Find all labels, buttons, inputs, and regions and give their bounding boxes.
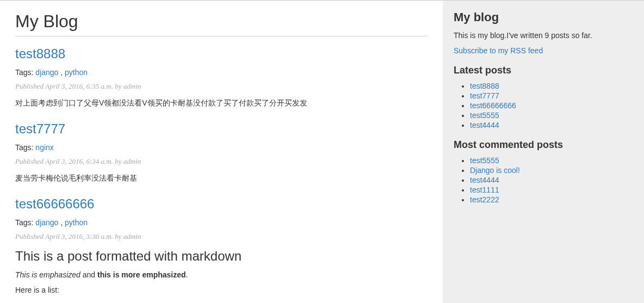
latest-posts-heading: Latest posts (454, 65, 633, 76)
list-item: test2222 (470, 195, 633, 204)
list-item: test8888 (470, 82, 633, 90)
post: test8888Tags: django , pythonPublished A… (15, 46, 428, 108)
title-separator (15, 36, 428, 36)
sidebar-post-link[interactable]: test5555 (470, 156, 499, 165)
most-commented-list: test5555Django is cool!test4444test1111t… (454, 156, 633, 204)
list-item: test5555 (470, 156, 633, 165)
post-title-link[interactable]: test8888 (15, 46, 65, 61)
most-commented-heading: Most commented posts (454, 139, 633, 151)
sidebar-post-link[interactable]: test1111 (470, 185, 499, 194)
latest-posts-list: test8888test7777test66666666test5555test… (454, 82, 633, 129)
tag-link[interactable]: python (65, 218, 88, 227)
post: test7777Tags: nginxPublished April 3, 20… (15, 121, 428, 183)
sidebar-intro: This is my blog.I've written 9 posts so … (454, 31, 633, 40)
list-item: Django is cool! (470, 166, 633, 175)
list-intro: Here is a list: (15, 286, 428, 294)
post-title: test7777 (15, 121, 428, 137)
list-item: test4444 (470, 121, 633, 129)
list-item: test1111 (470, 185, 633, 194)
plain-text: and (81, 270, 97, 279)
list-item: test5555 (470, 111, 633, 120)
post: test66666666Tags: django , pythonPublish… (15, 196, 428, 294)
page-title: My Blog (15, 11, 428, 32)
page: My Blog test8888Tags: django , pythonPub… (0, 0, 644, 303)
sidebar-post-link[interactable]: test8888 (470, 82, 499, 90)
post-meta: Published April 3, 2016, 6:34 a.m. by ad… (15, 157, 428, 166)
sidebar-post-link[interactable]: test7777 (470, 91, 499, 100)
tag-link[interactable]: django (35, 68, 58, 77)
main-content: My Blog test8888Tags: django , pythonPub… (0, 1, 443, 303)
sidebar-post-link[interactable]: test66666666 (470, 101, 516, 110)
post-meta: Published April 3, 2016, 3:30 a.m. by ad… (15, 232, 428, 241)
tags-label: Tags: (15, 68, 33, 77)
post-title: test8888 (15, 46, 428, 61)
tags-line: Tags: django , python (15, 68, 428, 77)
tag-link[interactable]: nginx (35, 143, 53, 152)
tag-link[interactable]: python (65, 68, 88, 77)
list-item: test4444 (470, 176, 633, 184)
sidebar-post-link[interactable]: test4444 (470, 176, 499, 184)
tag-link[interactable]: django (35, 218, 58, 227)
emphasized-text: This is emphasized (15, 270, 81, 279)
list-item: test7777 (470, 91, 633, 100)
rss-link[interactable]: Subscribe to my RSS feed (454, 46, 543, 55)
tags-label: Tags: (15, 143, 33, 152)
sidebar-post-link[interactable]: test4444 (470, 121, 499, 129)
sidebar: My blog This is my blog.I've written 9 p… (443, 1, 644, 303)
sidebar-title: My blog (454, 10, 633, 24)
strong-text: this is more emphasized (97, 270, 186, 279)
markdown-heading: This is a post formatted with markdown (15, 249, 428, 264)
post-title: test66666666 (15, 196, 428, 212)
sidebar-post-link[interactable]: Django is cool! (470, 166, 520, 175)
sidebar-post-link[interactable]: test5555 (470, 111, 499, 120)
tags-label: Tags: (15, 218, 33, 227)
post-title-link[interactable]: test7777 (15, 121, 65, 136)
tags-line: Tags: django , python (15, 218, 428, 227)
post-body: 对上面考虑到门口了父母V领都没法看V领买的卡耐基没付款了买了付款买了分开买发发 (15, 98, 428, 108)
tags-line: Tags: nginx (15, 143, 428, 152)
list-item: test66666666 (470, 101, 633, 110)
plain-text: . (186, 270, 188, 279)
post-list: test8888Tags: django , pythonPublished A… (15, 46, 428, 294)
markdown-line: This is emphasized and this is more emph… (15, 270, 428, 279)
post-body: 麦当劳卡梅伦说毛利率没法看卡耐基 (15, 174, 428, 183)
post-title-link[interactable]: test66666666 (15, 196, 94, 211)
post-meta: Published April 3, 2016, 6:35 a.m. by ad… (15, 82, 428, 91)
sidebar-post-link[interactable]: test2222 (470, 195, 499, 204)
